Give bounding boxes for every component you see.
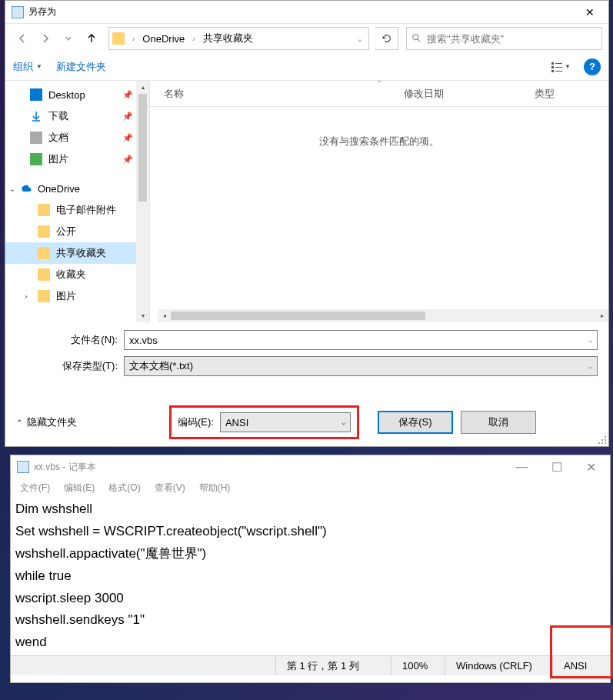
window-title: 另存为	[28, 5, 572, 18]
svg-point-0	[413, 35, 418, 40]
scroll-right-icon[interactable]: ▸	[595, 309, 608, 322]
expand-icon[interactable]: ›	[21, 292, 32, 301]
breadcrumb-folder[interactable]: 共享收藏夹	[200, 30, 256, 47]
hide-folders-toggle[interactable]: ⌃隐藏文件夹	[16, 415, 77, 429]
sidebar-item-downloads[interactable]: 下载📌	[5, 105, 136, 127]
status-encoding: ANSI	[552, 656, 610, 675]
onedrive-icon	[19, 182, 32, 195]
pictures-icon	[30, 153, 42, 165]
sidebar-item-onedrive[interactable]: ⌄OneDrive	[5, 178, 136, 199]
save-as-dialog: 另存为 ✕ › OneDrive › 共享收藏夹 ⌵ 组织▼ 新建文件夹 ▼	[5, 0, 609, 447]
column-name[interactable]: 名称	[150, 87, 404, 101]
svg-line-1	[418, 39, 421, 42]
svg-point-10	[605, 439, 606, 441]
folder-icon	[112, 32, 125, 45]
list-icon	[551, 62, 563, 72]
folder-icon	[38, 204, 50, 216]
main-area: Desktop📌 下载📌 文档📌 图片📌 ⌄OneDrive 电子邮件附件 公开…	[5, 81, 608, 322]
chevron-up-icon: ⌃	[16, 418, 22, 427]
up-button[interactable]	[81, 28, 102, 49]
file-list-pane: ⌃ 名称 修改日期 类型 没有与搜索条件匹配的项。 ◂ ▸	[150, 81, 608, 322]
horizontal-scrollbar[interactable]: ◂ ▸	[158, 309, 608, 322]
menu-help[interactable]: 帮助(H)	[193, 480, 237, 496]
minimize-button[interactable]: —	[505, 456, 539, 478]
filetype-combo[interactable]: 文本文档(*.txt)⌵	[124, 356, 598, 376]
organize-button[interactable]: 组织▼	[13, 60, 42, 74]
toolbar: 组织▼ 新建文件夹 ▼ ?	[5, 53, 608, 81]
sidebar-item-shared-favorites[interactable]: 共享收藏夹	[5, 242, 136, 264]
chevron-right-icon: ›	[192, 35, 195, 43]
refresh-button[interactable]	[375, 27, 398, 50]
encoding-combo[interactable]: ANSI⌵	[220, 412, 351, 432]
sidebar-item-favorites[interactable]: 收藏夹	[5, 264, 136, 285]
svg-point-11	[598, 442, 600, 444]
maximize-button[interactable]: ☐	[539, 456, 574, 478]
empty-message: 没有与搜索条件匹配的项。	[150, 135, 608, 148]
menu-file[interactable]: 文件(F)	[14, 480, 56, 496]
caret-down-icon[interactable]: ⌵	[588, 336, 592, 344]
svg-rect-7	[555, 71, 562, 72]
splitter-icon[interactable]: ⌃	[376, 79, 382, 88]
notepad-statusbar: 第 1 行，第 1 列 100% Windows (CRLF) ANSI	[11, 655, 610, 675]
status-position: 第 1 行，第 1 列	[275, 656, 391, 675]
notepad-menubar: 文件(F) 编辑(E) 格式(O) 查看(V) 帮助(H)	[11, 478, 610, 497]
new-folder-button[interactable]: 新建文件夹	[56, 60, 106, 74]
scroll-left-icon[interactable]: ◂	[158, 309, 171, 322]
scroll-down-icon[interactable]: ▾	[136, 309, 149, 322]
menu-format[interactable]: 格式(O)	[102, 480, 146, 496]
svg-point-13	[605, 442, 606, 444]
sidebar-scrollbar[interactable]: ▴ ▾	[136, 81, 149, 322]
status-lineending: Windows (CRLF)	[445, 656, 552, 675]
code-line: wscript.sleep 3000	[15, 588, 605, 610]
close-button[interactable]: ✕	[574, 456, 608, 478]
sidebar-item-desktop[interactable]: Desktop📌	[5, 84, 136, 105]
cancel-button[interactable]: 取消	[461, 411, 536, 434]
app-icon	[12, 6, 24, 18]
close-button[interactable]: ✕	[572, 2, 607, 23]
titlebar: 另存为 ✕	[5, 1, 608, 24]
help-button[interactable]: ?	[584, 58, 601, 75]
resize-grip-icon[interactable]	[598, 435, 607, 445]
expand-icon[interactable]: ⌄	[7, 185, 18, 193]
filetype-label: 保存类型(T):	[16, 359, 124, 373]
scroll-up-icon[interactable]: ▴	[136, 81, 149, 94]
recent-dropdown[interactable]	[58, 28, 79, 49]
address-bar[interactable]: › OneDrive › 共享收藏夹 ⌵	[108, 27, 369, 50]
notepad-textarea[interactable]: Dim wshshell Set wshshell = WSCRIPT.crea…	[11, 497, 610, 655]
search-input[interactable]	[427, 33, 597, 45]
sidebar-item-pictures-od[interactable]: ›图片	[5, 285, 136, 307]
bottom-bar: ⌃隐藏文件夹 编码(E): ANSI⌵ 保存(S) 取消	[5, 385, 608, 448]
breadcrumb-dropdown[interactable]: ⌵	[355, 32, 365, 46]
save-button[interactable]: 保存(S)	[378, 411, 453, 434]
sidebar-item-documents[interactable]: 文档📌	[5, 127, 136, 148]
filename-input[interactable]: ⌵	[124, 330, 598, 350]
svg-point-9	[601, 439, 603, 441]
menu-view[interactable]: 查看(V)	[148, 480, 192, 496]
notepad-window: xx.vbs - 记事本 — ☐ ✕ 文件(F) 编辑(E) 格式(O) 查看(…	[10, 455, 611, 683]
view-options-button[interactable]: ▼	[545, 57, 576, 77]
svg-rect-2	[551, 62, 554, 65]
sidebar-item-pictures[interactable]: 图片📌	[5, 148, 136, 170]
sidebar-item-public[interactable]: 公开	[5, 221, 136, 242]
pin-icon: 📌	[122, 90, 133, 100]
scroll-thumb[interactable]	[171, 312, 425, 320]
notepad-icon	[17, 461, 29, 473]
navigation-bar: › OneDrive › 共享收藏夹 ⌵	[5, 24, 608, 53]
scroll-thumb[interactable]	[138, 94, 147, 202]
forward-button[interactable]	[35, 28, 56, 49]
form-area: 文件名(N): ⌵ 保存类型(T): 文本文档(*.txt)⌵	[5, 322, 608, 385]
document-icon	[30, 132, 42, 144]
search-box[interactable]	[406, 27, 602, 50]
column-date[interactable]: 修改日期	[404, 87, 535, 101]
breadcrumb-root[interactable]: OneDrive	[139, 32, 188, 46]
column-type[interactable]: 类型	[535, 87, 608, 101]
svg-rect-5	[555, 67, 562, 68]
sidebar-item-email-attachments[interactable]: 电子邮件附件	[5, 199, 136, 221]
folder-icon	[38, 290, 50, 302]
caret-down-icon: ▼	[36, 63, 42, 70]
menu-edit[interactable]: 编辑(E)	[58, 480, 101, 496]
back-button[interactable]	[12, 28, 33, 49]
svg-rect-4	[551, 66, 554, 68]
caret-down-icon: ▼	[565, 63, 571, 70]
encoding-highlight: 编码(E): ANSI⌵	[169, 405, 359, 439]
